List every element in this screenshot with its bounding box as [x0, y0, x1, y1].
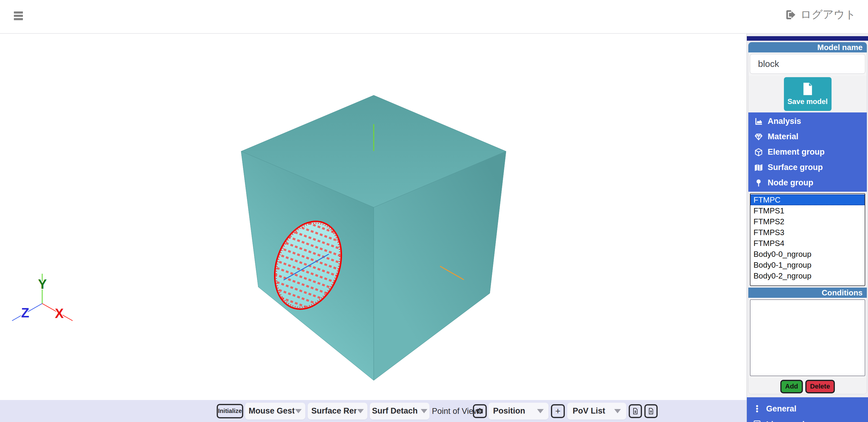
- gem-icon: [754, 132, 764, 142]
- chevron-down-icon: [614, 409, 621, 413]
- file-upload-icon: [647, 408, 655, 415]
- sidebar-item-label: Material: [768, 132, 798, 141]
- position-select[interactable]: Position: [488, 403, 549, 420]
- list-item[interactable]: FTMPC: [750, 194, 865, 205]
- logout-label: ログアウト: [801, 7, 856, 22]
- chevron-down-icon: [537, 409, 544, 413]
- axis-x-label: X: [55, 306, 64, 321]
- logout-button[interactable]: ログアウト: [785, 7, 856, 22]
- model-name-input[interactable]: [750, 54, 865, 74]
- surf-detach-dropdown[interactable]: Surf Detach: [370, 403, 430, 420]
- snapshot-camera-button[interactable]: [473, 404, 487, 418]
- axis-z-label: Z: [21, 305, 29, 320]
- viewport-toolbar: Initialize Mouse Gestur Surface Rend Sur…: [0, 400, 747, 422]
- sign-out-icon: [785, 9, 797, 21]
- list-item[interactable]: Body0-1_ngroup: [750, 260, 865, 270]
- sidebar-item-element-group[interactable]: Element group: [748, 144, 867, 160]
- map-pin-icon: [754, 178, 764, 188]
- chevron-down-icon: [421, 409, 427, 413]
- conditions-header: Conditions: [748, 288, 867, 298]
- add-pov-button[interactable]: +: [551, 404, 565, 418]
- sidebar-item-label: Element group: [768, 147, 825, 157]
- chart-area-icon: [754, 117, 764, 126]
- file-download-icon: [632, 408, 639, 415]
- cube-icon: [754, 147, 764, 157]
- sidebar-item-general[interactable]: General: [747, 401, 868, 417]
- chevron-down-icon: [295, 409, 302, 413]
- add-button[interactable]: Add: [780, 380, 803, 393]
- sidebar-item-surface-group[interactable]: Surface group: [748, 160, 867, 175]
- model-canvas: Y Z X: [0, 34, 747, 400]
- node-group-list[interactable]: FTMPC FTMPS1 FTMPS2 FTMPS3 FTMPS4 Body0-…: [750, 193, 865, 286]
- list-item[interactable]: FTMPS4: [750, 238, 865, 249]
- file-icon: [802, 82, 813, 95]
- hamburger-menu-icon[interactable]: [14, 11, 24, 22]
- pov-download-button[interactable]: [629, 404, 642, 418]
- sidebar-item-analysis[interactable]: Analysis: [748, 114, 867, 129]
- chevron-down-icon: [357, 409, 364, 413]
- list-item[interactable]: FTMPS1: [750, 205, 865, 216]
- save-model-label: Save model: [787, 97, 828, 106]
- top-bar: ログアウト: [0, 0, 868, 34]
- sidebar-item-label: Surface group: [768, 163, 823, 172]
- delete-button[interactable]: Delete: [805, 380, 835, 393]
- sidebar-item-label: General: [766, 404, 797, 414]
- app-root: ログアウト: [0, 0, 868, 422]
- sidebar-item-node-group[interactable]: Node group: [748, 175, 867, 190]
- sidebar-menu: Analysis Material Element group: [748, 113, 867, 192]
- 3d-viewport[interactable]: Y Z X: [0, 34, 747, 400]
- initialize-button[interactable]: Initialize: [217, 404, 243, 418]
- list-item[interactable]: FTMPS2: [750, 216, 865, 227]
- mouse-gesture-dropdown[interactable]: Mouse Gestur: [245, 403, 305, 420]
- cube-model: [241, 95, 506, 381]
- sidebar-item-label: Linear solver: [766, 420, 817, 422]
- calculator-icon: [752, 420, 762, 422]
- pov-list-select[interactable]: PoV List: [567, 403, 626, 420]
- model-name-header: Model name: [748, 42, 867, 53]
- sidebar-bottom-menu: General Linear solver: [747, 397, 868, 422]
- sidebar-top-strip: [747, 36, 868, 41]
- surface-render-dropdown[interactable]: Surface Rend: [308, 403, 367, 420]
- map-icon: [754, 163, 764, 173]
- ellipsis-vertical-icon: [752, 404, 762, 414]
- sidebar-item-label: Node group: [768, 178, 813, 187]
- sidebar-item-linear-solver[interactable]: Linear solver: [747, 417, 868, 422]
- conditions-list[interactable]: [750, 299, 865, 376]
- axis-y-label: Y: [38, 277, 47, 292]
- save-model-button[interactable]: Save model: [784, 77, 832, 111]
- camera-icon: [476, 407, 484, 415]
- model-panel: Model name Save model: [748, 42, 867, 394]
- list-item[interactable]: Body0-0_ngroup: [750, 249, 865, 260]
- conditions-buttons: Add Delete: [748, 378, 867, 394]
- sidebar-item-label: Analysis: [768, 117, 801, 126]
- save-row: Save model: [748, 76, 867, 113]
- pov-upload-button[interactable]: [644, 404, 658, 418]
- axis-triad: Y Z X: [12, 274, 73, 321]
- right-sidebar: Model name Save model: [747, 34, 868, 422]
- list-item[interactable]: FTMPS3: [750, 227, 865, 238]
- sidebar-item-material[interactable]: Material: [748, 129, 867, 144]
- list-item[interactable]: Body0-2_ngroup: [750, 270, 865, 281]
